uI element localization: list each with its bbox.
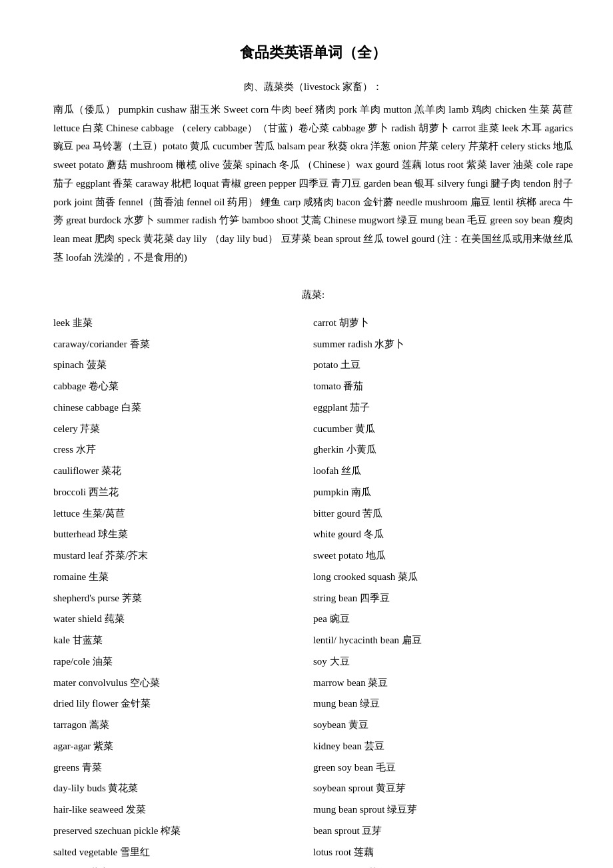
- meat-section-heading: 肉、蔬菜类（livestock 家畜）：: [53, 78, 573, 95]
- veg-left-cell: hair-like seaweed 发菜: [53, 799, 313, 821]
- veg-right-cell: tomato 番茄: [313, 376, 573, 397]
- page-title: 食品类英语单词（全）: [53, 40, 573, 66]
- table-row: cauliflower 菜花loofah 丝瓜: [53, 461, 573, 482]
- veg-right-cell: marrow bean 菜豆: [313, 673, 573, 694]
- table-row: turnip 白萝卜water caltrop 菱角: [53, 863, 573, 868]
- veg-right-cell: mung bean sprout 绿豆芽: [313, 799, 573, 821]
- table-row: shepherd's purse 荠菜string bean 四季豆: [53, 588, 573, 609]
- veg-left-cell: caraway/coriander 香菜: [53, 334, 313, 355]
- veg-right-cell: potato 土豆: [313, 355, 573, 376]
- veg-right-cell: pea 豌豆: [313, 609, 573, 630]
- veg-right-cell: carrot 胡萝卜: [313, 313, 573, 334]
- meat-paragraph: 南瓜（倭瓜） pumpkin cushaw 甜玉米 Sweet corn 牛肉 …: [53, 101, 573, 267]
- table-row: salted vegetable 雪里红lotus root 莲藕: [53, 842, 573, 863]
- veg-right-cell: soy 大豆: [313, 651, 573, 673]
- veg-right-cell: green soy bean 毛豆: [313, 757, 573, 779]
- veg-left-cell: broccoli 西兰花: [53, 482, 313, 503]
- veg-left-cell: leek 韭菜: [53, 313, 313, 334]
- veg-left-cell: lettuce 生菜/莴苣: [53, 503, 313, 525]
- veg-right-cell: white gourd 冬瓜: [313, 524, 573, 545]
- table-row: dried lily flower 金针菜mung bean 绿豆: [53, 693, 573, 715]
- veg-right-cell: water caltrop 菱角: [313, 863, 573, 868]
- table-row: chinese cabbage 白菜eggplant 茄子: [53, 397, 573, 419]
- table-row: cress 水芹gherkin 小黄瓜: [53, 439, 573, 461]
- veg-left-cell: rape/cole 油菜: [53, 651, 313, 673]
- veg-right-cell: loofah 丝瓜: [313, 461, 573, 482]
- veg-left-cell: preserved szechuan pickle 榨菜: [53, 821, 313, 842]
- table-row: celery 芹菜cucumber 黄瓜: [53, 419, 573, 440]
- veg-left-cell: mustard leaf 芥菜/芥末: [53, 545, 313, 567]
- veg-left-cell: turnip 白萝卜: [53, 863, 313, 868]
- veg-right-cell: gherkin 小黄瓜: [313, 439, 573, 461]
- veg-left-cell: agar-agar 紫菜: [53, 736, 313, 757]
- table-row: leek 韭菜carrot 胡萝卜: [53, 313, 573, 334]
- veg-right-cell: cucumber 黄瓜: [313, 419, 573, 440]
- table-row: mustard leaf 芥菜/芥末sweet potato 地瓜: [53, 545, 573, 567]
- veg-left-cell: tarragon 蒿菜: [53, 715, 313, 736]
- table-row: spinach 菠菜potato 土豆: [53, 355, 573, 376]
- table-row: cabbage 卷心菜tomato 番茄: [53, 376, 573, 397]
- veg-right-cell: soybean 黄豆: [313, 715, 573, 736]
- veg-right-cell: lotus root 莲藕: [313, 842, 573, 863]
- veg-right-cell: bean sprout 豆芽: [313, 821, 573, 842]
- veg-right-cell: pumpkin 南瓜: [313, 482, 573, 503]
- veg-left-cell: kale 甘蓝菜: [53, 630, 313, 651]
- table-row: lettuce 生菜/莴苣bitter gourd 苦瓜: [53, 503, 573, 525]
- veg-left-cell: water shield 莼菜: [53, 609, 313, 630]
- veg-left-cell: cress 水芹: [53, 439, 313, 461]
- table-row: kale 甘蓝菜lentil/ hycacinth bean 扁豆: [53, 630, 573, 651]
- veg-left-cell: dried lily flower 金针菜: [53, 693, 313, 715]
- veg-right-cell: soybean sprout 黄豆芽: [313, 778, 573, 799]
- table-row: romaine 生菜long crooked squash 菜瓜: [53, 567, 573, 588]
- veg-right-cell: sweet potato 地瓜: [313, 545, 573, 567]
- veg-table: leek 韭菜carrot 胡萝卜caraway/coriander 香菜sum…: [53, 313, 573, 868]
- veg-right-cell: eggplant 茄子: [313, 397, 573, 419]
- table-row: mater convolvulus 空心菜marrow bean 菜豆: [53, 673, 573, 694]
- table-row: agar-agar 紫菜kidney bean 芸豆: [53, 736, 573, 757]
- veg-left-cell: greens 青菜: [53, 757, 313, 779]
- veg-left-cell: mater convolvulus 空心菜: [53, 673, 313, 694]
- table-row: preserved szechuan pickle 榨菜bean sprout …: [53, 821, 573, 842]
- veg-right-cell: long crooked squash 菜瓜: [313, 567, 573, 588]
- veg-left-cell: celery 芹菜: [53, 419, 313, 440]
- veg-right-cell: kidney bean 芸豆: [313, 736, 573, 757]
- veg-right-cell: bitter gourd 苦瓜: [313, 503, 573, 525]
- veg-left-cell: salted vegetable 雪里红: [53, 842, 313, 863]
- table-row: caraway/coriander 香菜summer radish 水萝卜: [53, 334, 573, 355]
- table-row: broccoli 西兰花pumpkin 南瓜: [53, 482, 573, 503]
- veg-left-cell: shepherd's purse 荠菜: [53, 588, 313, 609]
- table-row: tarragon 蒿菜soybean 黄豆: [53, 715, 573, 736]
- veg-left-cell: cauliflower 菜花: [53, 461, 313, 482]
- veg-right-cell: lentil/ hycacinth bean 扁豆: [313, 630, 573, 651]
- table-row: butterhead 球生菜white gourd 冬瓜: [53, 524, 573, 545]
- veg-right-cell: summer radish 水萝卜: [313, 334, 573, 355]
- veg-left-cell: romaine 生菜: [53, 567, 313, 588]
- veg-left-cell: cabbage 卷心菜: [53, 376, 313, 397]
- veg-right-cell: mung bean 绿豆: [313, 693, 573, 715]
- veg-left-cell: spinach 菠菜: [53, 355, 313, 376]
- veg-section-heading: 蔬菜:: [53, 286, 573, 303]
- table-row: hair-like seaweed 发菜mung bean sprout 绿豆芽: [53, 799, 573, 821]
- veg-left-cell: day-lily buds 黄花菜: [53, 778, 313, 799]
- table-row: rape/cole 油菜soy 大豆: [53, 651, 573, 673]
- table-row: water shield 莼菜pea 豌豆: [53, 609, 573, 630]
- table-row: greens 青菜green soy bean 毛豆: [53, 757, 573, 779]
- table-row: day-lily buds 黄花菜soybean sprout 黄豆芽: [53, 778, 573, 799]
- veg-left-cell: chinese cabbage 白菜: [53, 397, 313, 419]
- veg-right-cell: string bean 四季豆: [313, 588, 573, 609]
- veg-left-cell: butterhead 球生菜: [53, 524, 313, 545]
